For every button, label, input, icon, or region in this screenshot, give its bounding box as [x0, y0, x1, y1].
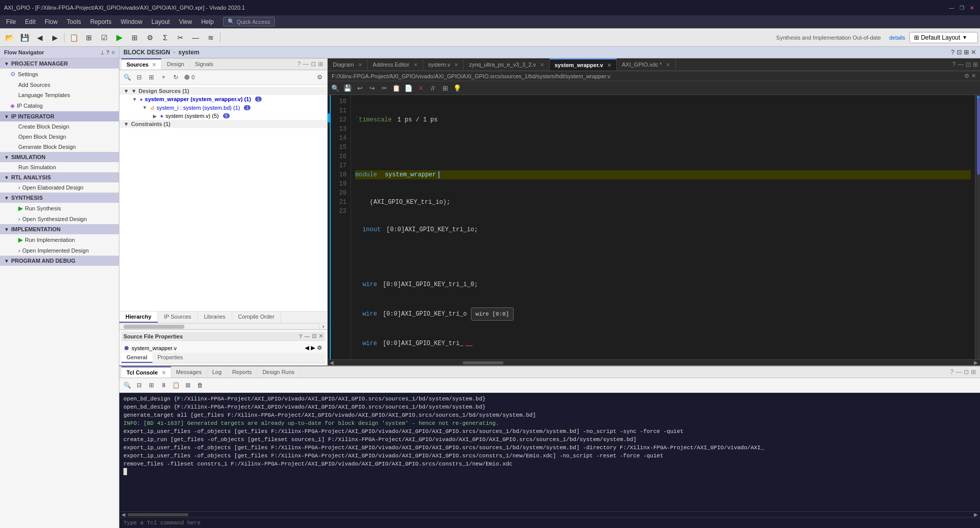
back-button[interactable]: ◀	[33, 30, 47, 45]
menu-window[interactable]: Window	[116, 17, 146, 26]
tab-diagram[interactable]: Diagram ✕	[328, 59, 368, 70]
scroll-thumb[interactable]	[123, 325, 184, 329]
search-console-button[interactable]: 🔍	[121, 380, 133, 391]
console-popout-icon[interactable]: ⊞	[971, 368, 976, 376]
comment-button[interactable]: //	[427, 82, 438, 94]
layout-button[interactable]: ⊞	[128, 30, 142, 45]
tab-axi-gpio-xdc[interactable]: AXI_GPIO.xdc * ✕	[617, 59, 676, 70]
tab-sources-close[interactable]: ✕	[152, 62, 156, 68]
console-expand-icon[interactable]: ⊡	[964, 368, 969, 376]
nav-settings[interactable]: ⚙ Settings	[0, 69, 119, 80]
tab-address-editor-close[interactable]: ✕	[414, 62, 418, 68]
nav-open-implemented-design[interactable]: › Open Implemented Design	[0, 245, 119, 256]
console-scroll-left[interactable]: ◀	[119, 512, 128, 517]
tab-address-editor[interactable]: Address Editor ✕	[368, 59, 423, 70]
scissors-button[interactable]: ✂	[173, 30, 187, 45]
nav-open-synthesized-design[interactable]: › Open Synthesized Design	[0, 214, 119, 224]
details-link[interactable]: details	[889, 35, 905, 41]
editor-expand-icon[interactable]: ⊡	[966, 61, 971, 68]
menu-flow[interactable]: Flow	[41, 17, 61, 26]
tab-compile-order[interactable]: Compile Order	[232, 312, 281, 323]
design-sources-section[interactable]: ▼ ▼ Design Sources (1)	[119, 87, 327, 95]
console-help-icon[interactable]: ?	[950, 368, 954, 376]
tab-log[interactable]: Log	[207, 367, 227, 377]
sources-settings-button[interactable]: ⚙	[314, 72, 325, 83]
section-project-manager[interactable]: ▼ PROJECT MANAGER	[0, 58, 119, 69]
tab-properties[interactable]: Properties	[152, 353, 188, 363]
vertical-scroll-thumb[interactable]	[977, 96, 980, 175]
sources-expand-icon[interactable]: ⊡	[311, 60, 316, 68]
console-scroll-track[interactable]	[128, 512, 972, 517]
indent-button[interactable]: ⊞	[439, 82, 451, 94]
menu-tools[interactable]: Tools	[62, 17, 85, 26]
tcl-command-input[interactable]	[119, 517, 980, 528]
section-synthesis[interactable]: ▼ SYNTHESIS	[0, 193, 119, 203]
sources-minimize-icon[interactable]: —	[303, 60, 309, 68]
menu-file[interactable]: File	[2, 17, 20, 26]
nav-pin-icon[interactable]: ⟂	[101, 49, 104, 55]
props-minimize-icon[interactable]: —	[304, 333, 310, 339]
minimize-button[interactable]: —	[947, 4, 956, 12]
code-editor[interactable]: 10 11 12 13 14 15 16 17 18 19 20 21 22	[328, 95, 980, 359]
section-rtl-analysis[interactable]: ▼ RTL ANALYSIS	[0, 172, 119, 182]
tab-system-v-close[interactable]: ✕	[454, 62, 458, 68]
nav-help-icon[interactable]: ?	[106, 49, 110, 55]
save-button[interactable]: 💾	[17, 30, 31, 45]
scroll-left-button[interactable]: ◀	[328, 360, 336, 365]
tab-ip-sources[interactable]: IP Sources	[158, 312, 198, 323]
sources-tree[interactable]: ▼ ▼ Design Sources (1) ▼ ● system_wrappe…	[119, 85, 327, 311]
tab-axi-gpio-xdc-close[interactable]: ✕	[666, 62, 670, 68]
nav-ip-catalog[interactable]: ◈ IP Catalog	[0, 100, 119, 111]
copy-button[interactable]: 📋	[67, 30, 81, 45]
sources-popout-icon[interactable]: ⊞	[318, 60, 323, 68]
sum-button[interactable]: Σ	[158, 30, 172, 45]
editor-settings-icon[interactable]: ⚙	[964, 73, 969, 79]
collapse-all-console-button[interactable]: ⊟	[134, 380, 145, 391]
editor-popout-icon[interactable]: ⊞	[973, 61, 978, 68]
forward-button[interactable]: ▶	[48, 30, 62, 45]
tab-sources[interactable]: Sources ✕	[121, 58, 162, 70]
tab-system-wrapper-v[interactable]: system_wrapper.v ✕	[550, 58, 617, 71]
copy-console-button[interactable]: 📋	[170, 380, 181, 391]
editor-vertical-scrollbar[interactable]	[975, 95, 980, 359]
horizontal-scroll-thumb[interactable]	[463, 361, 503, 364]
editor-path-close-icon[interactable]: ✕	[971, 73, 976, 79]
tab-diagram-close[interactable]: ✕	[358, 62, 362, 68]
tab-tcl-console[interactable]: Tcl Console ✕	[121, 366, 171, 378]
bd-help-icon[interactable]: ?	[951, 49, 955, 56]
code-content[interactable]: `timescale 1 ps / 1 ps module system_wra…	[351, 95, 975, 359]
nav-run-implementation[interactable]: ▶ Run Implementation	[0, 234, 119, 245]
collapse-all-button[interactable]: ⊟	[134, 72, 145, 83]
close-button[interactable]: ✕	[968, 4, 976, 12]
console-horizontal-scrollbar[interactable]: ◀ ▶	[119, 511, 980, 517]
horizontal-scroll-track[interactable]	[336, 360, 972, 365]
save-editor-button[interactable]: 💾	[342, 82, 353, 94]
tab-libraries[interactable]: Libraries	[198, 312, 232, 323]
tcl-console-tab-close[interactable]: ✕	[162, 370, 166, 376]
check-button[interactable]: ☑	[97, 30, 111, 45]
tree-system-i[interactable]: ▼ ⊿ system_i : system (system.bd) (1) 1	[138, 103, 327, 112]
restore-button[interactable]: ❐	[958, 4, 966, 12]
redo-button[interactable]: ↪	[366, 82, 377, 94]
nav-more-icon[interactable]: ≡	[112, 49, 115, 55]
nav-open-elaborated-design[interactable]: › Open Elaborated Design	[0, 182, 119, 193]
tab-hierarchy[interactable]: Hierarchy	[119, 312, 158, 323]
expand-all-console-button[interactable]: ⊞	[146, 380, 157, 391]
menu-layout[interactable]: Layout	[147, 17, 174, 26]
settings-button[interactable]: ⚙	[143, 30, 157, 45]
quick-access-search[interactable]: 🔍 Quick Access	[223, 17, 275, 26]
scroll-right-btn[interactable]: ›	[319, 323, 327, 329]
minus-button[interactable]: —	[188, 30, 203, 45]
menu-help[interactable]: Help	[197, 17, 218, 26]
tab-reports[interactable]: Reports	[227, 367, 258, 377]
console-minimize-icon[interactable]: —	[956, 368, 962, 376]
add-sources-button[interactable]: +	[158, 72, 169, 83]
clear-console-button[interactable]: 🗑	[195, 380, 206, 391]
section-simulation[interactable]: ▼ SIMULATION	[0, 152, 119, 162]
tab-zynq[interactable]: zynq_ultra_ps_e_v3_3_2.v ✕	[464, 59, 549, 70]
tab-signals[interactable]: Signals	[190, 59, 219, 69]
open-project-button[interactable]: 📂	[2, 30, 16, 45]
tree-system-wrapper[interactable]: ▼ ● system_wrapper (system_wrapper.v) (1…	[128, 95, 327, 103]
flow-navigator-scroll[interactable]: ▼ PROJECT MANAGER ⚙ Settings Add Sources…	[0, 58, 119, 528]
tab-general[interactable]: General	[121, 353, 152, 363]
